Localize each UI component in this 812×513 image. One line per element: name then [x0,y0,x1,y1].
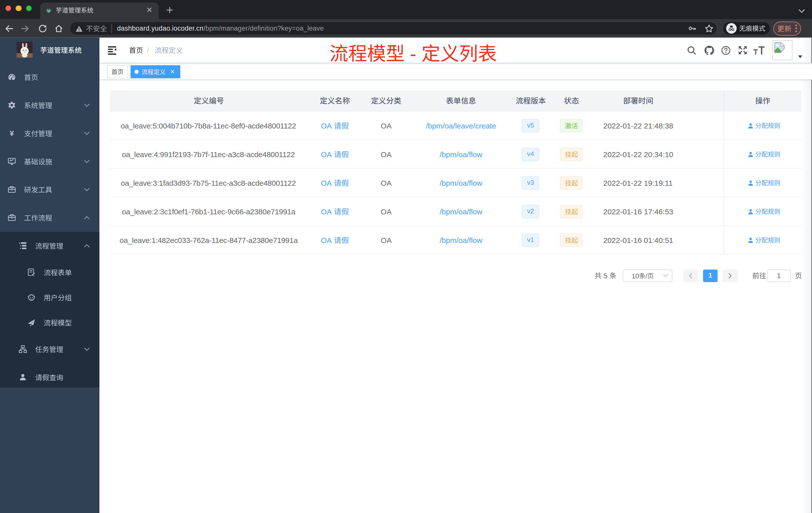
svg-text:10: 10 [632,272,639,280]
svg-text:/: / [645,272,647,280]
svg-text:5: 5 [602,272,609,280]
svg-text:OA: OA [321,208,334,216]
svg-text:-: - [405,43,422,64]
svg-text:OA: OA [321,179,334,187]
svg-text:OA: OA [321,236,334,244]
svg-text:OA: OA [321,122,334,130]
svg-text:¥: ¥ [10,129,14,137]
svg-text:OA: OA [321,150,334,159]
